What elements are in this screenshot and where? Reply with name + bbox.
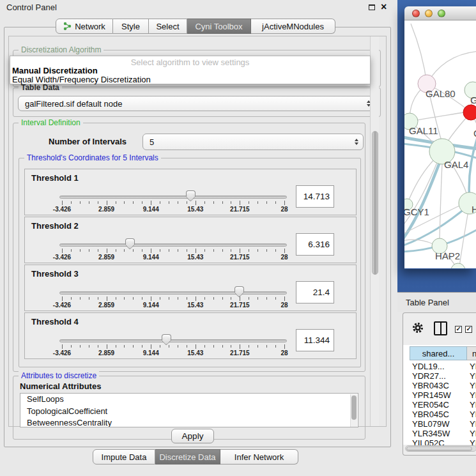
tab-infer-network[interactable]: Infer Network bbox=[220, 449, 298, 464]
table-row[interactable]: YDL19...YDL1 bbox=[403, 362, 476, 371]
threshold-3-slider-track[interactable] bbox=[59, 291, 287, 295]
window-minimize-button[interactable] bbox=[425, 10, 433, 17]
float-panel-icon[interactable] bbox=[369, 4, 375, 10]
cell-shared-name: YBR045C bbox=[412, 410, 449, 419]
list-scrollbar-thumb[interactable] bbox=[351, 395, 357, 420]
checkbox-icon[interactable] bbox=[465, 326, 472, 333]
threshold-4-slider-track[interactable] bbox=[59, 339, 287, 342]
column-header-na[interactable]: na bbox=[467, 346, 476, 360]
slider-tick bbox=[196, 344, 196, 349]
table-row[interactable]: YPR145WYPR1 bbox=[403, 390, 476, 400]
node-label-hap2: HAP2 bbox=[435, 250, 460, 261]
network-canvas[interactable]: GAL80GAGAL11CGAL4GCY1HHAP2 bbox=[404, 20, 476, 268]
tab-discretize-data[interactable]: Discretize Data bbox=[155, 449, 220, 464]
slider-tick bbox=[222, 297, 223, 300]
threshold-1-slider-thumb[interactable] bbox=[186, 190, 196, 197]
threshold-4-slider-thumb[interactable] bbox=[162, 334, 171, 341]
threshold-1-slider-track[interactable] bbox=[59, 196, 287, 199]
top-tab-bar: NetworkStyleSelectCyni ToolboxjActiveMNo… bbox=[56, 19, 335, 34]
numerical-attributes-list[interactable]: SelfLoopsTopologicalCoefficientBetweenne… bbox=[20, 393, 358, 427]
window-close-button[interactable] bbox=[412, 10, 420, 17]
threshold-2-slider-thumb[interactable] bbox=[125, 238, 135, 245]
table-panel-body: shared...na YDL19...YDL1YDR27...YDR2YBR0… bbox=[403, 312, 476, 456]
slider-tick bbox=[116, 297, 116, 300]
window-zoom-button[interactable] bbox=[438, 10, 445, 17]
slider-tick bbox=[89, 297, 89, 300]
slider-tick bbox=[249, 249, 249, 252]
table-rows: YDL19...YDL1YDR27...YDR2YBR043CYBR0YPR14… bbox=[403, 362, 476, 448]
table-row[interactable]: YER054CYER0 bbox=[403, 400, 476, 410]
slider-tick bbox=[196, 249, 196, 253]
table-row[interactable]: YBR043CYBR0 bbox=[403, 381, 476, 390]
table-row[interactable]: YLR345WYLR3 bbox=[403, 429, 476, 438]
slider-tick bbox=[196, 296, 196, 301]
apply-button[interactable]: Apply bbox=[171, 429, 214, 443]
threshold-2-value-field[interactable]: 6.316 bbox=[296, 233, 334, 256]
tab-cyni-toolbox[interactable]: Cyni Toolbox bbox=[187, 19, 251, 34]
table-row[interactable]: YDR27...YDR2 bbox=[403, 371, 476, 381]
attribute-item-topologicalcoefficient[interactable]: TopologicalCoefficient bbox=[20, 406, 358, 418]
slider-tick bbox=[213, 201, 214, 204]
threshold-3-label: Threshold 3 bbox=[31, 269, 79, 279]
table-toolbar bbox=[403, 313, 476, 345]
node-label-gal4: GAL4 bbox=[444, 159, 468, 170]
slider-tick bbox=[204, 345, 205, 348]
tab-network[interactable]: Network bbox=[56, 19, 113, 34]
gear-icon[interactable] bbox=[412, 322, 424, 334]
number-of-intervals-combobox[interactable]: 5 bbox=[142, 134, 364, 150]
threshold-3-value-field[interactable]: 21.4 bbox=[296, 281, 334, 303]
tab-impute-data[interactable]: Impute Data bbox=[93, 449, 155, 464]
table-data-group-title: Table Data bbox=[19, 83, 62, 92]
dropdown-item-manual-discretization[interactable]: Manual Discretization bbox=[12, 66, 98, 75]
table-hscrollbar-thumb[interactable] bbox=[406, 447, 472, 451]
table-row[interactable]: YBL079WYBL0 bbox=[403, 419, 476, 429]
table-hscrollbar[interactable] bbox=[405, 445, 476, 452]
slider-tick bbox=[222, 249, 223, 252]
tab-style[interactable]: Style bbox=[113, 19, 149, 34]
checkbox-icon[interactable] bbox=[455, 326, 462, 333]
slider-tick bbox=[222, 345, 223, 348]
tab-label: Style bbox=[121, 22, 140, 31]
slider-tick-label: 21.715 bbox=[230, 254, 250, 261]
table-data-combobox[interactable]: galFiltered.sif default node bbox=[18, 96, 376, 111]
network-node[interactable] bbox=[451, 263, 465, 268]
close-panel-icon[interactable]: × bbox=[381, 1, 387, 13]
slider-tick bbox=[142, 345, 142, 348]
column-header-shared-[interactable]: shared... bbox=[410, 346, 467, 360]
slider-tick bbox=[116, 249, 116, 252]
tab-label: Impute Data bbox=[102, 452, 147, 462]
tab-select[interactable]: Select bbox=[149, 19, 187, 34]
threshold-3-slider-thumb[interactable] bbox=[234, 286, 244, 293]
slider-tick bbox=[257, 201, 258, 204]
threshold-2-slider-track[interactable] bbox=[59, 243, 287, 247]
threshold-coordinates-group: Threshold's Coordinates for 5 Intervals … bbox=[19, 158, 361, 367]
bottom-tab-bar: Impute DataDiscretize DataInfer Network bbox=[93, 449, 298, 464]
list-scrollbar[interactable] bbox=[350, 394, 357, 427]
cell-name: YLR3 bbox=[470, 429, 476, 438]
network-window-titlebar[interactable] bbox=[404, 6, 476, 20]
slider-tick bbox=[71, 249, 72, 252]
attribute-item-selfloops[interactable]: SelfLoops bbox=[20, 394, 358, 406]
panel-scrollbar-thumb[interactable] bbox=[372, 131, 378, 275]
slider-tick bbox=[231, 201, 231, 204]
slider-tick bbox=[249, 345, 249, 348]
slider-tick bbox=[266, 345, 267, 348]
table-row[interactable]: YBR045CYBR0 bbox=[403, 410, 476, 419]
slider-tick bbox=[107, 249, 107, 253]
split-columns-icon[interactable] bbox=[434, 321, 447, 335]
panel-scrollbar[interactable] bbox=[370, 36, 379, 426]
threshold-1-value-field[interactable]: 14.713 bbox=[296, 185, 334, 208]
threshold-4-value-field[interactable]: 11.344 bbox=[296, 329, 334, 351]
node-label-c: C bbox=[473, 128, 476, 139]
attribute-item-betweennesscentrality[interactable]: BetweennessCentrality bbox=[20, 417, 358, 427]
network-node[interactable] bbox=[463, 105, 476, 120]
cell-name: YPR1 bbox=[470, 390, 476, 400]
slider-tick bbox=[204, 297, 205, 300]
cell-shared-name: YPR145W bbox=[412, 390, 451, 400]
cell-name: YDR2 bbox=[470, 371, 476, 381]
tab-jactivemnodules[interactable]: jActiveMNodules bbox=[251, 19, 335, 34]
dropdown-item-equal-width-frequency[interactable]: Equal Width/Frequency Discretization bbox=[12, 75, 151, 84]
slider-tick bbox=[107, 344, 107, 349]
slider-tick bbox=[98, 297, 98, 300]
slider-tick bbox=[187, 345, 187, 348]
